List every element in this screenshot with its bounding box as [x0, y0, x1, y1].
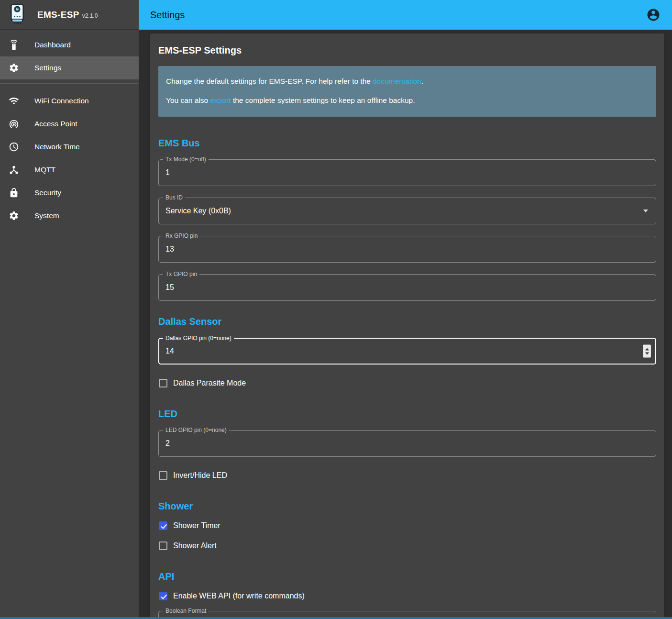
- sidebar-nav-bottom: WiFi Connection Access Point Network Tim…: [0, 84, 139, 231]
- section-title-dallas-sensor: Dallas Sensor: [158, 316, 656, 327]
- sidebar-item-settings[interactable]: Settings: [0, 56, 139, 79]
- sidebar-item-label: Dashboard: [34, 41, 71, 49]
- section-title-api: API: [158, 571, 656, 582]
- sidebar-item-label: WiFi Connection: [34, 97, 89, 105]
- section-title-led: LED: [158, 409, 656, 420]
- info-line-1: Change the default settings for EMS-ESP.…: [166, 76, 649, 87]
- tx-gpio-field[interactable]: Tx GPIO pin 15: [158, 274, 656, 301]
- info-box: Change the default settings for EMS-ESP.…: [158, 66, 656, 117]
- shower-timer-checkbox[interactable]: Shower Timer: [158, 516, 656, 536]
- sidebar-item-dashboard[interactable]: Dashboard: [0, 33, 139, 56]
- sidebar-item-label: Network Time: [34, 143, 80, 151]
- sidebar-item-label: System: [34, 211, 59, 220]
- settings-card: EMS-ESP Settings Change the default sett…: [150, 33, 664, 619]
- sidebar-item-wifi-connection[interactable]: WiFi Connection: [0, 89, 139, 112]
- export-link[interactable]: export: [210, 96, 231, 104]
- rx-gpio-field[interactable]: Rx GPIO pin 13: [158, 236, 656, 263]
- lock-icon: [8, 187, 20, 199]
- app-logo-icon: [8, 3, 27, 27]
- main-area: Settings EMS-ESP Settings Change the def…: [139, 0, 672, 619]
- tx-mode-field[interactable]: Tx Mode (0=off) 1: [158, 159, 656, 186]
- sidebar-item-access-point[interactable]: Access Point: [0, 112, 139, 135]
- wifi-icon: [8, 95, 20, 107]
- led-gpio-field[interactable]: LED GPIO pin (0=none) 2: [158, 430, 656, 457]
- bottom-strip: [0, 617, 672, 619]
- chevron-down-icon: [643, 210, 648, 212]
- brand-text: EMS-ESPv2.1.0: [37, 10, 98, 20]
- gear-icon: [8, 210, 20, 221]
- spinner-up-icon[interactable]: [645, 348, 649, 350]
- checkbox-icon: [159, 542, 167, 550]
- sidebar-item-system[interactable]: System: [0, 204, 139, 227]
- content: EMS-ESP Settings Change the default sett…: [139, 30, 672, 619]
- sidebar-item-security[interactable]: Security: [0, 181, 139, 204]
- bus-id-select[interactable]: Bus ID Service Key (0x0B): [158, 198, 656, 224]
- brand-version: v2.1.0: [82, 12, 98, 19]
- checkbox-icon: [159, 521, 167, 530]
- sidebar-item-label: Access Point: [34, 120, 77, 128]
- enable-web-api-checkbox[interactable]: Enable WEB API (for write commands): [158, 586, 656, 606]
- gear-icon: [8, 62, 20, 74]
- number-spinner[interactable]: [643, 345, 651, 358]
- device-hub-icon: [8, 164, 20, 176]
- checkbox-icon: [159, 471, 167, 480]
- card-title: EMS-ESP Settings: [158, 45, 656, 56]
- checkbox-icon: [159, 592, 167, 600]
- brand-header: EMS-ESPv2.1.0: [0, 0, 139, 30]
- sidebar-item-network-time[interactable]: Network Time: [0, 135, 139, 158]
- documentation-link[interactable]: documentation: [373, 77, 421, 85]
- remote-icon: [8, 39, 20, 51]
- sidebar-item-label: Security: [34, 188, 61, 197]
- appbar-title: Settings: [150, 10, 185, 21]
- sidebar: EMS-ESPv2.1.0 Dashboard Settings WiFi Co…: [0, 0, 139, 619]
- section-title-shower: Shower: [158, 501, 656, 512]
- dallas-gpio-field[interactable]: Dallas GPIO pin (0=none) 14: [158, 338, 656, 365]
- dallas-parasite-checkbox[interactable]: Dallas Parasite Mode: [158, 373, 656, 393]
- account-circle-icon[interactable]: [646, 8, 661, 22]
- sidebar-item-label: MQTT: [34, 166, 55, 174]
- brand-name: EMS-ESP: [37, 10, 79, 20]
- sidebar-item-mqtt[interactable]: MQTT: [0, 158, 139, 181]
- shower-alert-checkbox[interactable]: Shower Alert: [158, 536, 656, 556]
- sidebar-nav-top: Dashboard Settings: [0, 30, 139, 83]
- wifi-tethering-icon: [8, 118, 20, 130]
- section-title-ems-bus: EMS Bus: [158, 138, 656, 149]
- spinner-down-icon[interactable]: [645, 352, 649, 354]
- appbar: Settings: [139, 0, 672, 30]
- clock-icon: [8, 141, 20, 153]
- checkbox-icon: [159, 379, 167, 387]
- info-line-2: You can also export the complete system …: [166, 95, 649, 106]
- invert-hide-led-checkbox[interactable]: Invert/Hide LED: [158, 465, 656, 486]
- sidebar-item-label: Settings: [34, 64, 61, 72]
